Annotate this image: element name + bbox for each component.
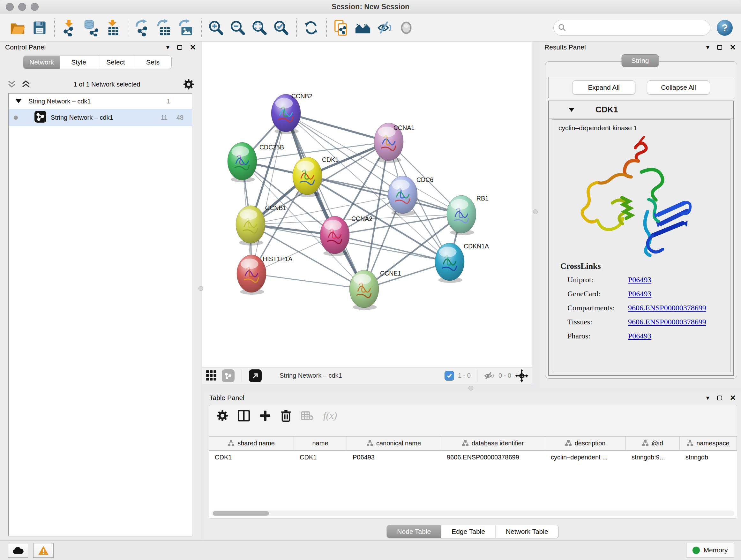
network-node-RB1[interactable]	[447, 195, 476, 235]
warnings-button[interactable]	[33, 543, 54, 558]
cloud-status-button[interactable]	[8, 543, 28, 558]
tab-node-table[interactable]: Node Table	[387, 525, 441, 538]
column-header-database-identifier[interactable]: database identifier	[441, 436, 545, 450]
column-header-name[interactable]: name	[294, 436, 347, 450]
panel-menu-icon[interactable]: ▾	[706, 394, 710, 401]
panel-close-icon[interactable]: ✕	[730, 394, 736, 401]
show-columns-icon[interactable]	[238, 410, 250, 422]
cell-shared-name[interactable]: CDK1	[209, 450, 294, 464]
network-view-canvas[interactable]: CCNB2CCNA1CDC25BCDK1CDC6RB1CCNB1CCNA2CDK…	[202, 42, 532, 367]
tab-edge-table[interactable]: Edge Table	[441, 525, 495, 538]
network-node-CCNB2[interactable]	[271, 94, 300, 134]
panel-close-icon[interactable]: ✕	[190, 44, 196, 51]
search-input[interactable]	[569, 23, 705, 32]
table-horizontal-scrollbar[interactable]	[212, 510, 734, 516]
protein-description: cyclin–dependent kinase 1	[552, 120, 730, 132]
cell-name[interactable]: CDK1	[294, 450, 347, 464]
export-network-icon[interactable]	[133, 18, 152, 37]
expand-all-icon[interactable]	[21, 80, 30, 89]
zoom-fit-content-icon[interactable]	[250, 18, 269, 37]
network-graph[interactable]: CCNB2CCNA1CDC25BCDK1CDC6RB1CCNB1CCNA2CDK…	[202, 42, 532, 367]
gear-icon[interactable]	[183, 79, 194, 90]
network-edge-CCNB2-HIST1H1A[interactable]	[252, 113, 286, 273]
import-network-from-database-icon[interactable]	[82, 18, 100, 37]
column-header-namespace[interactable]: namespace	[680, 436, 737, 450]
tab-sets[interactable]: Sets	[134, 56, 172, 69]
save-session-icon[interactable]	[30, 18, 49, 37]
export-table-icon[interactable]	[155, 18, 174, 37]
tab-style[interactable]: Style	[60, 56, 97, 69]
panel-menu-icon[interactable]: ▾	[166, 44, 170, 51]
column-header-description[interactable]: description	[545, 436, 626, 450]
add-column-icon[interactable]	[259, 410, 271, 422]
tab-string[interactable]: String	[622, 54, 659, 67]
protein-expander-icon[interactable]	[569, 108, 575, 112]
refresh-view-icon[interactable]	[302, 18, 320, 37]
network-edge-CCNA2-CDKN1A[interactable]	[335, 235, 450, 262]
network-node-CCNB1[interactable]	[236, 206, 265, 246]
cell-canonical-name[interactable]: P06493	[347, 450, 441, 464]
collection-expander-icon[interactable]	[16, 99, 21, 103]
network-row-selected[interactable]: String Network – cdk1 11 48	[9, 109, 192, 126]
panel-menu-icon[interactable]: ▾	[706, 44, 710, 51]
zoom-in-icon[interactable]	[207, 18, 225, 37]
horizontal-splitter-handle[interactable]	[468, 386, 473, 390]
birds-eye-view-icon[interactable]	[515, 369, 529, 382]
table-row[interactable]: CDK1 CDK1 P06493 9606.ENSP00000378699 cy…	[209, 450, 737, 464]
network-node-HIST1H1A[interactable]	[237, 255, 266, 295]
cell-namespace[interactable]: stringdb	[680, 450, 737, 464]
vertical-splitter-handle[interactable]	[199, 286, 203, 291]
zoom-out-icon[interactable]	[228, 18, 247, 37]
delete-table-icon-disabled	[301, 411, 314, 421]
network-node-CDC25B[interactable]	[227, 142, 257, 182]
tab-select[interactable]: Select	[97, 56, 134, 69]
open-session-icon[interactable]	[8, 18, 27, 37]
help-icon[interactable]: ?	[717, 20, 733, 36]
import-network-from-file-icon[interactable]	[60, 18, 78, 37]
crosslink-link[interactable]: 9606.ENSP00000378699	[628, 304, 706, 312]
cell-id[interactable]: stringdb:9...	[626, 450, 680, 464]
string-import-icon[interactable]	[354, 18, 372, 37]
collapse-all-icon[interactable]	[7, 80, 17, 89]
column-header-shared-name[interactable]: shared name	[209, 436, 294, 450]
panel-close-icon[interactable]: ✕	[730, 44, 736, 51]
window-titlebar: Session: New Session	[0, 0, 741, 14]
protein-card-header[interactable]: CDK1	[549, 101, 733, 118]
toolbar-search[interactable]	[553, 20, 711, 36]
crosslink-link[interactable]: P06493	[628, 275, 651, 284]
column-header-id[interactable]: @id	[626, 436, 680, 450]
node-label-CDK1: CDK1	[322, 156, 339, 163]
import-table-from-file-icon[interactable]	[104, 18, 122, 37]
crosslink-link[interactable]: P06493	[628, 332, 651, 340]
grid-view-icon[interactable]	[206, 370, 217, 381]
column-header-canonical-name[interactable]: canonical name	[347, 436, 441, 450]
table-gear-icon[interactable]	[217, 410, 228, 422]
delete-column-icon[interactable]	[280, 410, 291, 422]
panel-float-icon[interactable]	[717, 395, 722, 400]
crosslink-link[interactable]: 9606.ENSP00000378699	[628, 318, 706, 326]
cell-description[interactable]: cyclin–dependent ...	[545, 450, 626, 464]
network-edge-CCNB2-CCNE1[interactable]	[286, 113, 364, 289]
hide-graphics-details-icon[interactable]	[375, 18, 394, 37]
network-node-CCNE1[interactable]	[349, 270, 379, 310]
network-node-CDKN1A[interactable]	[435, 243, 464, 283]
show-graphics-details-icon[interactable]	[397, 18, 415, 37]
zoom-selected-icon[interactable]	[272, 18, 290, 37]
tab-network-table[interactable]: Network Table	[495, 525, 558, 538]
collapse-all-button[interactable]: Collapse All	[647, 80, 710, 95]
scrollbar-thumb[interactable]	[213, 511, 269, 516]
cell-database-identifier[interactable]: 9606.ENSP00000378699	[441, 450, 545, 464]
memory-button[interactable]: Memory	[686, 543, 734, 557]
expand-all-button[interactable]: Expand All	[572, 80, 635, 95]
panel-float-icon[interactable]	[717, 45, 722, 50]
vertical-splitter-handle[interactable]	[533, 209, 538, 214]
network-collection-row[interactable]: String Network – cdk1 1	[9, 94, 192, 109]
copy-network-icon[interactable]	[332, 18, 350, 37]
network-edge-HIST1H1A-CCNE1[interactable]	[252, 273, 364, 289]
tab-network[interactable]: Network	[23, 56, 60, 69]
selected-items-checkbox[interactable]	[445, 371, 454, 381]
panel-float-icon[interactable]	[177, 45, 182, 50]
export-image-icon[interactable]	[177, 18, 195, 37]
crosslink-link[interactable]: P06493	[628, 290, 651, 298]
detach-view-icon[interactable]	[249, 369, 262, 382]
